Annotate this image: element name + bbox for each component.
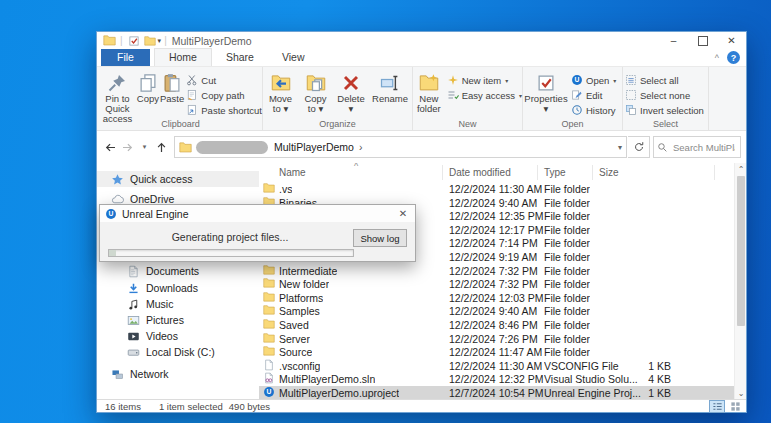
thumbnails-view-button[interactable]: [727, 400, 743, 413]
column-separator[interactable]: [537, 165, 538, 180]
address-bar[interactable]: MultiPlayerDemo › ▾: [174, 136, 627, 158]
address-dropdown-chevron-icon[interactable]: ▾: [618, 143, 622, 152]
vertical-scrollbar[interactable]: ⌃ ⌄: [734, 163, 746, 399]
sidebar-item-documents[interactable]: Documents: [97, 263, 259, 279]
file-type: File folder: [544, 292, 590, 304]
copy-button[interactable]: Copy: [136, 70, 160, 104]
file-row-server[interactable]: Server12/2/2024 7:26 PMFile folder: [259, 332, 734, 346]
new-item-button[interactable]: New item▾: [445, 73, 522, 87]
file-type: File folder: [544, 333, 590, 345]
ribbon-group-select: Select allSelect noneInvert selectionSel…: [623, 67, 709, 130]
qat-customize-dropdown[interactable]: ▾: [158, 37, 162, 44]
video-icon: [127, 330, 140, 343]
button-label: Open: [586, 75, 609, 86]
file-row-new-folder[interactable]: New folder12/2/2024 7:32 PMFile folder: [259, 277, 734, 291]
copy-path-button[interactable]: Copy path: [184, 88, 262, 102]
sidebar-item-videos[interactable]: Videos: [97, 328, 259, 344]
select-all-icon: [625, 74, 637, 86]
properties-button[interactable]: Properties ▾: [523, 70, 569, 114]
qat-newfolder-icon[interactable]: [142, 34, 158, 48]
column-header-name[interactable]: Name: [279, 167, 306, 178]
file-row-platforms[interactable]: Platforms12/2/2024 12:03 PMFile folder: [259, 291, 734, 305]
sidebar-item-local-disk-c-[interactable]: Local Disk (C:): [97, 344, 259, 360]
minimize-button[interactable]: –: [659, 32, 688, 49]
file-type: File folder: [544, 346, 590, 358]
folder-icon: [263, 332, 275, 344]
file-type: VSCONFIG File: [544, 360, 619, 372]
sidebar-item-downloads[interactable]: Downloads: [97, 280, 259, 296]
column-separator[interactable]: [714, 165, 715, 180]
file-row-source[interactable]: Source12/2/2024 11:47 AMFile folder: [259, 345, 734, 359]
qat-properties-icon[interactable]: [126, 34, 142, 48]
progress-bar: [108, 249, 354, 257]
delete-button[interactable]: Delete ▾: [333, 70, 369, 114]
button-label: Select all: [640, 75, 679, 86]
maximize-button[interactable]: [688, 32, 717, 49]
file-row-intermediate[interactable]: Intermediate12/2/2024 7:32 PMFile folder: [259, 264, 734, 278]
scrollbar-thumb[interactable]: [737, 176, 745, 326]
collapse-ribbon-chevron-icon[interactable]: ^: [715, 53, 719, 63]
pin-to-quick-button[interactable]: Pin to Quickaccess: [99, 70, 136, 124]
up-button[interactable]: [153, 137, 170, 157]
show-log-button[interactable]: Show log: [353, 229, 407, 247]
refresh-button[interactable]: [628, 136, 650, 158]
file-row-multiplayerdemo.sln[interactable]: MultiPlayerDemo.sln12/2/2024 12:32 PMVis…: [259, 372, 734, 386]
dialog-title-bar[interactable]: U Unreal Engine ✕: [100, 205, 415, 222]
recent-locations-dropdown[interactable]: ▾: [136, 137, 153, 157]
open-button[interactable]: UOpen▾: [569, 73, 616, 87]
ribbon-group-clipboard: Pin to QuickaccessCopyPasteCutCopy pathP…: [99, 67, 263, 130]
search-input[interactable]: [671, 141, 737, 154]
paste-shortcut-button[interactable]: Paste shortcut: [184, 103, 262, 117]
file-row-saved[interactable]: Saved12/2/2024 8:46 PMFile folder: [259, 318, 734, 332]
history-button[interactable]: History: [569, 103, 616, 117]
new-button[interactable]: Newfolder: [413, 70, 445, 114]
unreal-engine-icon: U: [105, 208, 117, 220]
close-button[interactable]: ✕: [717, 32, 746, 49]
dialog-close-button[interactable]: ✕: [391, 205, 415, 222]
rename-button[interactable]: Rename: [369, 70, 411, 104]
sidebar-item-quick-access[interactable]: Quick access: [97, 171, 259, 187]
forward-button[interactable]: [119, 137, 136, 157]
folder-icon: [263, 182, 275, 194]
tab-share[interactable]: Share: [212, 49, 268, 66]
column-header-size[interactable]: Size: [599, 167, 618, 178]
paste-button[interactable]: Paste: [160, 70, 184, 104]
cut-button[interactable]: Cut: [184, 73, 262, 87]
invert-selection-button[interactable]: Invert selection: [623, 103, 704, 117]
help-button[interactable]: ?: [727, 51, 740, 64]
scroll-down-icon[interactable]: ⌄: [735, 387, 746, 399]
select-all-button[interactable]: Select all: [623, 73, 704, 87]
file-date: 12/2/2024 11:30 AM: [449, 360, 542, 372]
column-separator[interactable]: [592, 165, 593, 180]
move-button[interactable]: Moveto ▾: [263, 70, 298, 114]
address-path[interactable]: MultiPlayerDemo: [274, 141, 354, 153]
uproject-icon: U: [263, 386, 275, 398]
back-button[interactable]: [102, 137, 119, 157]
sidebar-item-pictures[interactable]: Pictures: [97, 312, 259, 328]
edit-button[interactable]: Edit: [569, 88, 616, 102]
unreal-engine-dialog: U Unreal Engine ✕ Generating project fil…: [99, 204, 416, 262]
column-header-type[interactable]: Type: [544, 167, 566, 178]
details-view-button[interactable]: [709, 400, 725, 413]
tab-view[interactable]: View: [268, 49, 319, 66]
select-none-button[interactable]: Select none: [623, 88, 704, 102]
button-label: Pin to Quick: [99, 94, 136, 114]
search-box[interactable]: [653, 136, 741, 158]
copy-icon: [138, 73, 158, 93]
scroll-up-icon[interactable]: ⌃: [735, 163, 746, 175]
file-date: 12/2/2024 9:19 AM: [449, 251, 537, 263]
sort-ascending-icon: ^: [354, 163, 358, 171]
copy-button[interactable]: Copyto ▾: [298, 70, 333, 114]
file-row-.vsconfig[interactable]: .vsconfig12/2/2024 11:30 AMVSCONFIG File…: [259, 359, 734, 373]
sidebar-item-network[interactable]: Network: [97, 366, 259, 382]
tab-home[interactable]: Home: [154, 48, 212, 66]
column-separator[interactable]: [442, 165, 443, 180]
file-name: .vsconfig: [279, 360, 320, 372]
tab-file[interactable]: File: [101, 49, 150, 66]
file-row-.vs[interactable]: .vs12/2/2024 11:30 AMFile folder: [259, 182, 734, 196]
column-header-date-modified[interactable]: Date modified: [449, 167, 511, 178]
easy-access-button[interactable]: Easy access▾: [445, 88, 522, 102]
file-row-multiplayerdemo.uproject[interactable]: UMultiPlayerDemo.uproject12/7/2024 10:54…: [259, 386, 734, 399]
file-row-samples[interactable]: Samples12/2/2024 9:40 AMFile folder: [259, 304, 734, 318]
sidebar-item-music[interactable]: Music: [97, 296, 259, 312]
